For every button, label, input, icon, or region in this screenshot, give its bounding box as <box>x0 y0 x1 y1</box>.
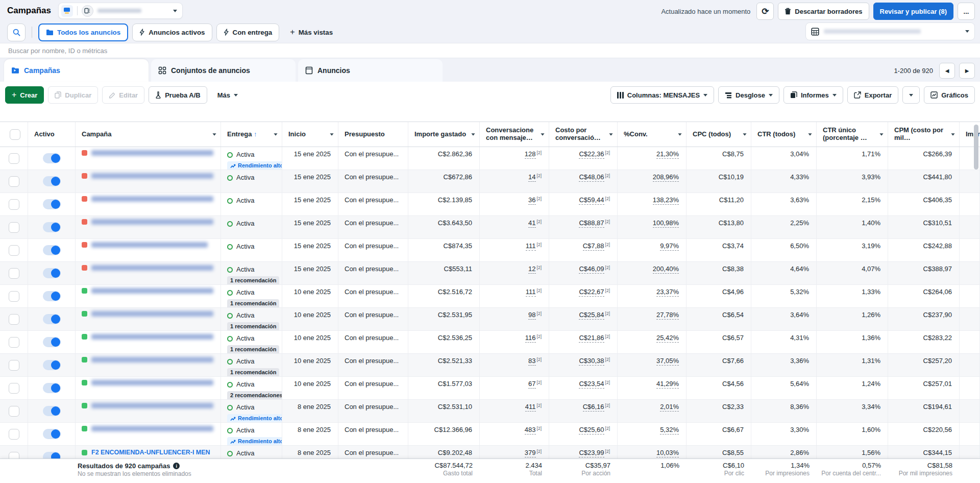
active-toggle[interactable] <box>43 314 61 324</box>
active-toggle[interactable] <box>43 153 61 163</box>
campaign-name-cell[interactable] <box>76 423 221 445</box>
row-checkbox[interactable] <box>9 337 19 348</box>
prev-page-button[interactable]: ◀ <box>939 63 955 79</box>
campaign-name-cell[interactable]: F2 ENCOMIENDA-UNFLUENCER-I MEN <box>76 446 221 460</box>
duplicate-button[interactable]: Duplicar <box>48 86 98 104</box>
campaign-name-cell[interactable] <box>76 400 221 422</box>
date-range-selector[interactable] <box>805 22 975 40</box>
row-checkbox[interactable] <box>9 199 19 210</box>
search-input[interactable] <box>8 47 972 55</box>
cpm-cell: C$283,22 <box>888 331 960 353</box>
performance-badge[interactable]: Rendimiento alto <box>227 161 282 170</box>
active-toggle[interactable] <box>43 199 61 209</box>
info-icon[interactable]: i <box>173 463 180 469</box>
active-toggle[interactable] <box>43 222 61 232</box>
active-toggle[interactable] <box>43 383 61 393</box>
create-button[interactable]: + Crear <box>5 86 44 104</box>
select-all-cell[interactable] <box>0 122 28 147</box>
campaign-name-cell[interactable] <box>76 216 221 238</box>
active-toggle[interactable] <box>43 291 61 301</box>
active-toggle[interactable] <box>43 337 61 347</box>
row-checkbox[interactable] <box>9 383 19 394</box>
conversations-cell: 411[2] <box>480 400 549 422</box>
reports-button[interactable]: Informes <box>783 86 843 104</box>
column-header-inicio[interactable]: Inicio <box>282 122 338 147</box>
campaign-name-cell[interactable] <box>76 308 221 330</box>
campaign-name-cell[interactable] <box>76 262 221 284</box>
campaign-name-cell[interactable] <box>76 285 221 307</box>
row-checkbox[interactable] <box>9 245 19 256</box>
row-checkbox[interactable] <box>9 268 19 279</box>
export-button[interactable]: Exportar <box>847 86 898 104</box>
ab-test-button[interactable]: Prueba A/B <box>149 86 207 104</box>
active-toggle[interactable] <box>43 360 61 370</box>
campaign-name-cell[interactable] <box>76 377 221 399</box>
row-checkbox[interactable] <box>9 222 19 233</box>
active-toggle[interactable] <box>43 429 61 439</box>
active-toggle[interactable] <box>43 268 61 278</box>
review-publish-button[interactable]: Revisar y publicar (8) <box>873 3 954 20</box>
search-views-button[interactable] <box>7 23 26 41</box>
view-active-ads[interactable]: Anuncios activos <box>132 23 212 41</box>
scrollbar-thumb[interactable] <box>974 125 978 170</box>
column-header-%conv-[interactable]: %Conv. <box>618 122 687 147</box>
tab-ad-sets[interactable]: Conjuntos de anuncios <box>151 59 296 82</box>
campaign-name-cell[interactable] <box>76 331 221 353</box>
column-header-conversacione-con-mensaje-[interactable]: Conversacione con mensaje… <box>480 122 549 147</box>
campaign-name-link[interactable]: F2 ENCOMIENDA-UNFLUENCER-I MEN <box>91 449 210 456</box>
select-all-checkbox[interactable] <box>10 129 20 140</box>
row-checkbox[interactable] <box>9 360 19 371</box>
performance-badge[interactable]: Rendimiento alto <box>227 414 282 422</box>
recommendation-badge[interactable]: 1 recomendación <box>227 322 279 330</box>
recommendation-badge[interactable]: 2 recomendaciones <box>227 391 282 399</box>
more-actions-button[interactable]: Más <box>211 86 244 104</box>
row-checkbox[interactable] <box>9 429 19 440</box>
column-header-costo-por-conversaci-[interactable]: Costo por conversació… <box>549 122 618 147</box>
more-options-button[interactable]: ... <box>958 3 975 20</box>
vertical-scrollbar[interactable] <box>973 123 979 433</box>
cpc-cell: C$6,57 <box>687 331 751 353</box>
row-checkbox[interactable] <box>9 406 19 417</box>
column-header-presupuesto[interactable]: Presupuesto <box>338 122 408 147</box>
active-toggle[interactable] <box>43 406 61 416</box>
discard-drafts-button[interactable]: Descartar borradores <box>778 3 869 20</box>
tab-campaigns[interactable]: Campañas <box>4 59 149 82</box>
row-checkbox[interactable] <box>9 314 19 325</box>
campaign-name-cell[interactable] <box>76 147 221 170</box>
campaign-name-cell[interactable] <box>76 170 221 192</box>
recommendation-badge[interactable]: 1 recomendación <box>227 345 279 353</box>
column-header-cpm-costo-por-mil-[interactable]: CPM (costo por mil… <box>888 122 960 147</box>
performance-badge[interactable]: Rendimiento alto <box>227 437 282 445</box>
column-header-entrega[interactable]: Entrega ↑ <box>221 122 282 147</box>
view-with-delivery[interactable]: Con entrega <box>216 23 280 41</box>
column-header-ctr-nico-porcentaje-[interactable]: CTR único (porcentaje … <box>817 122 888 147</box>
more-views-button[interactable]: + Más vistas <box>283 23 339 41</box>
export-options-button[interactable] <box>902 86 920 104</box>
next-page-button[interactable]: ▶ <box>959 63 975 79</box>
recommendation-badge[interactable]: 1 recomendación <box>227 299 279 307</box>
row-checkbox[interactable] <box>9 291 19 302</box>
edit-button[interactable]: Editar <box>102 86 144 104</box>
active-toggle[interactable] <box>43 176 61 186</box>
recommendation-badge[interactable]: 1 recomendación <box>227 368 279 376</box>
account-selector[interactable] <box>58 3 183 19</box>
column-header-importe-gastado[interactable]: Importe gastado <box>408 122 480 147</box>
tab-ads[interactable]: Anuncios <box>298 59 443 82</box>
charts-button[interactable]: Gráficos <box>924 86 975 104</box>
column-header-cpc-todos-[interactable]: CPC (todos) <box>687 122 751 147</box>
campaign-name-cell[interactable] <box>76 239 221 261</box>
recommendation-badge[interactable]: 1 recomendación <box>227 276 279 284</box>
active-toggle[interactable] <box>43 245 61 255</box>
column-header-ctr-todos-[interactable]: CTR (todos) <box>751 122 817 147</box>
breakdown-button[interactable]: Desglose <box>718 86 779 104</box>
column-header-campa-a[interactable]: Campaña <box>76 122 221 147</box>
row-checkbox[interactable] <box>9 176 19 187</box>
column-header-activo[interactable]: Activo <box>28 122 76 147</box>
refresh-button[interactable]: ⟳ <box>756 3 774 20</box>
row-checkbox[interactable] <box>9 153 19 164</box>
campaign-name-cell[interactable] <box>76 354 221 376</box>
chevron-down-icon <box>808 133 812 136</box>
columns-button[interactable]: Columnas: MENSAJES <box>610 86 714 104</box>
campaign-name-cell[interactable] <box>76 193 221 215</box>
view-all-ads[interactable]: Todos los anuncios <box>38 23 128 41</box>
